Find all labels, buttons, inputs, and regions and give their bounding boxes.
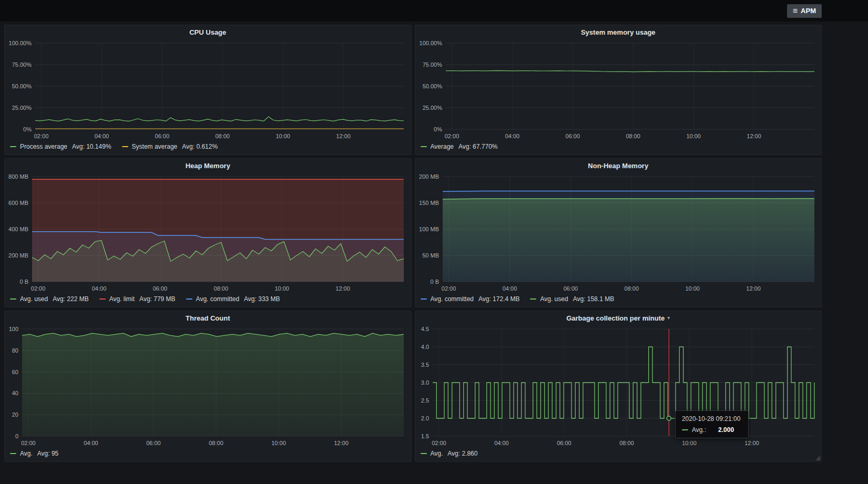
y-tick-label: 80 xyxy=(12,347,18,354)
legend-series-stat: Avg: 158.1 MB xyxy=(573,295,615,303)
x-tick-label: 12:00 xyxy=(334,440,349,446)
panel-title[interactable]: CPU Usage xyxy=(189,28,226,36)
x-tick-label: 02:00 xyxy=(34,133,49,139)
y-tick-label: 400 MB xyxy=(8,226,28,232)
y-tick-label: 100.00% xyxy=(419,40,442,46)
legend-item[interactable]: Avg.Avg: 95 xyxy=(10,450,58,457)
x-tick-label: 02:00 xyxy=(21,440,36,446)
x-tick-label: 06:00 xyxy=(563,285,578,292)
legend-series-marker xyxy=(10,146,16,147)
non-heap-memory-chart[interactable]: 0 B50 MB100 MB150 MB200 MB02:0004:0006:0… xyxy=(415,172,822,293)
panel-resize-handle[interactable] xyxy=(815,456,820,460)
legend-series-marker xyxy=(421,146,427,147)
apm-button-label: APM xyxy=(801,7,816,15)
legend-series-marker xyxy=(421,453,427,454)
panel-title[interactable]: System memory usage xyxy=(581,28,656,36)
legend-item[interactable]: Avg. usedAvg: 158.1 MB xyxy=(530,295,614,303)
x-tick-label: 04:00 xyxy=(502,285,517,292)
y-tick-label: 25.00% xyxy=(12,105,32,111)
panel-header[interactable]: Garbage collection per minute ▾ xyxy=(415,311,822,325)
legend-item[interactable]: Avg. committedAvg: 333 MB xyxy=(186,295,280,303)
y-tick-label: 75.00% xyxy=(422,61,442,68)
y-tick-label: 50 MB xyxy=(422,252,439,259)
apm-menu-button[interactable]: ≡ APM xyxy=(787,4,822,18)
legend-series-stat: Avg: 222 MB xyxy=(53,295,88,303)
panel-header[interactable]: Non-Heap Memory xyxy=(415,159,822,172)
legend-series-stat: Avg: 172.4 MB xyxy=(478,295,520,303)
y-tick-label: 100.00% xyxy=(9,40,32,46)
panel-header[interactable]: System memory usage xyxy=(415,25,822,39)
x-tick-label: 08:00 xyxy=(626,133,640,139)
chart-canvas[interactable]: 1.52.02.53.03.54.04.502:0004:0006:0008:0… xyxy=(415,325,822,448)
x-tick-label: 08:00 xyxy=(624,285,639,292)
panel-title[interactable]: Heap Memory xyxy=(186,162,230,170)
panel-heap-memory: Heap Memory 0 B200 MB400 MB600 MB800 MB0… xyxy=(4,158,412,307)
legend-item[interactable]: AverageAvg: 67.770% xyxy=(421,143,498,150)
panel-title[interactable]: Non-Heap Memory xyxy=(588,162,648,170)
legend-series-label: Avg. used xyxy=(540,295,568,303)
cpu-usage-chart[interactable]: 0%25.00%50.00%75.00%100.00%02:0004:0006:… xyxy=(5,39,411,141)
thread-count-chart[interactable]: 02040608010002:0004:0006:0008:0010:0012:… xyxy=(5,325,411,448)
legend-series-label: Avg. used xyxy=(20,295,48,303)
y-tick-label: 600 MB xyxy=(8,200,28,206)
y-tick-label: 0% xyxy=(434,126,442,132)
y-tick-label: 4.0 xyxy=(421,344,428,350)
panel-cpu-usage: CPU Usage 0%25.00%50.00%75.00%100.00%02:… xyxy=(4,25,412,155)
hamburger-menu-icon: ≡ xyxy=(793,7,798,15)
x-tick-label: 12:00 xyxy=(746,285,761,292)
x-tick-label: 04:00 xyxy=(92,285,107,292)
legend-series-marker xyxy=(99,298,106,300)
y-tick-label: 0 B xyxy=(430,279,439,285)
chart-canvas[interactable]: 0 B200 MB400 MB600 MB800 MB02:0004:0006:… xyxy=(5,172,411,293)
legend-item[interactable]: System averageAvg: 0.612% xyxy=(122,143,218,150)
panel-header[interactable]: Thread Count xyxy=(5,311,411,325)
x-tick-label: 06:00 xyxy=(153,285,168,292)
y-tick-label: 100 MB xyxy=(419,226,439,232)
heap-memory-chart[interactable]: 0 B200 MB400 MB600 MB800 MB02:0004:0006:… xyxy=(5,172,411,293)
legend-series-stat: Avg: 333 MB xyxy=(244,295,280,303)
legend-series-marker xyxy=(122,146,128,147)
chevron-down-icon[interactable]: ▾ xyxy=(667,315,670,321)
y-tick-label: 1.5 xyxy=(421,433,428,439)
y-tick-label: 200 MB xyxy=(8,252,28,259)
legend-series-marker xyxy=(10,298,16,300)
legend-item[interactable]: Avg. usedAvg: 222 MB xyxy=(10,295,89,303)
legend-series-marker xyxy=(10,453,16,454)
legend-series-marker xyxy=(421,298,427,300)
y-tick-label: 75.00% xyxy=(12,61,32,68)
legend-series-stat: Avg: 0.612% xyxy=(182,143,218,150)
y-tick-label: 25.00% xyxy=(422,105,442,111)
y-tick-label: 3.0 xyxy=(421,379,428,386)
legend-item[interactable]: Process averageAvg: 10.149% xyxy=(10,143,111,150)
x-tick-label: 10:00 xyxy=(685,285,700,292)
chart-canvas[interactable]: 0%25.00%50.00%75.00%100.00%02:0004:0006:… xyxy=(415,39,822,141)
legend-series-stat: Avg: 95 xyxy=(37,450,58,457)
system-memory-chart[interactable]: 0%25.00%50.00%75.00%100.00%02:0004:0006:… xyxy=(415,39,822,141)
x-tick-label: 10:00 xyxy=(682,440,697,446)
series-fill xyxy=(22,333,404,436)
panel-header[interactable]: Heap Memory xyxy=(5,159,411,172)
legend-item[interactable]: Avg. committedAvg: 172.4 MB xyxy=(421,295,520,303)
panel-title[interactable]: Thread Count xyxy=(186,314,230,322)
panel-header[interactable]: CPU Usage xyxy=(5,25,411,39)
x-tick-label: 04:00 xyxy=(494,440,509,446)
chart-canvas[interactable]: 0%25.00%50.00%75.00%100.00%02:0004:0006:… xyxy=(5,39,411,141)
panel-thread-count: Thread Count 02040608010002:0004:0006:00… xyxy=(4,311,412,462)
chart-canvas[interactable]: 02040608010002:0004:0006:0008:0010:0012:… xyxy=(5,325,411,448)
legend-series-stat: Avg: 67.770% xyxy=(458,143,498,150)
x-tick-label: 10:00 xyxy=(686,133,701,139)
legend: Process averageAvg: 10.149%System averag… xyxy=(5,141,411,155)
panel-non-heap-memory: Non-Heap Memory 0 B50 MB100 MB150 MB200 … xyxy=(415,158,822,307)
y-tick-label: 50.00% xyxy=(12,83,32,89)
legend-series-stat: Avg: 2.860 xyxy=(447,450,477,457)
legend: AverageAvg: 67.770% xyxy=(415,141,822,155)
chart-canvas[interactable]: 0 B50 MB100 MB150 MB200 MB02:0004:0006:0… xyxy=(415,172,822,293)
legend-item[interactable]: Avg.Avg: 2.860 xyxy=(421,450,478,457)
legend-item[interactable]: Avg. limitAvg: 779 MB xyxy=(99,295,176,303)
panel-title[interactable]: Garbage collection per minute xyxy=(566,314,665,322)
y-tick-label: 2.0 xyxy=(421,415,428,421)
x-tick-label: 02:00 xyxy=(444,133,459,139)
x-tick-label: 10:00 xyxy=(271,440,286,446)
garbage-collection-chart[interactable]: 1.52.02.53.03.54.04.502:0004:0006:0008:0… xyxy=(415,325,822,448)
x-tick-label: 12:00 xyxy=(747,133,761,139)
